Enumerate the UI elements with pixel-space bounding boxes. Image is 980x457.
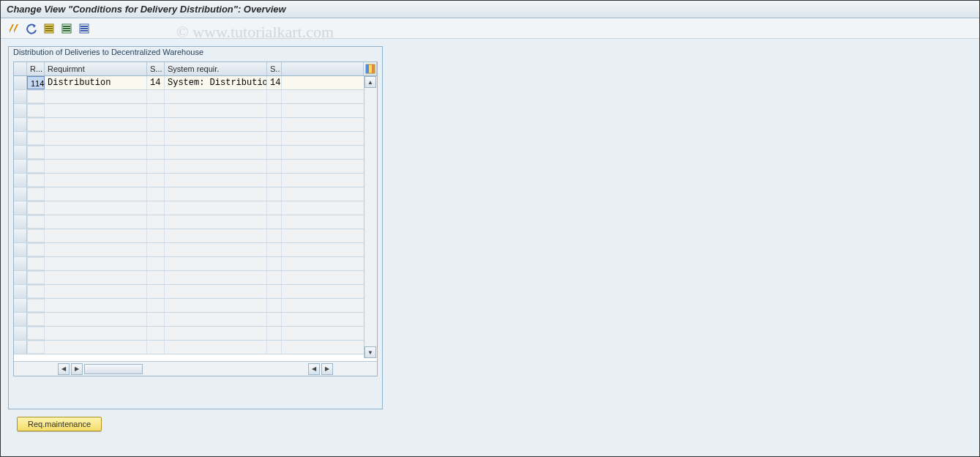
cell-requirmnt — [45, 327, 147, 340]
cell-s — [147, 146, 165, 159]
cell-spacer — [282, 299, 377, 312]
cell-requirmnt — [45, 313, 147, 326]
horizontal-scrollbar[interactable]: ◀ ▶ ◀ ▶ — [14, 361, 377, 376]
table-row — [14, 174, 377, 187]
hscroll-thumb[interactable] — [84, 364, 143, 374]
cell-r[interactable]: 114 — [27, 76, 45, 89]
select-all-icon[interactable] — [42, 21, 56, 36]
row-selector[interactable] — [14, 271, 27, 284]
row-selector[interactable] — [14, 257, 27, 270]
cell-s — [147, 104, 165, 117]
row-selector[interactable] — [14, 229, 27, 242]
table-row — [14, 271, 377, 285]
cell-s2 — [267, 104, 282, 117]
row-selector[interactable] — [14, 104, 27, 117]
cell-requirmnt — [45, 118, 147, 131]
cell-s2 — [267, 257, 282, 270]
cell-requirmnt — [45, 104, 147, 117]
vscroll-track[interactable] — [364, 88, 377, 346]
row-selector[interactable] — [14, 132, 27, 145]
table-config-icon — [365, 64, 375, 74]
cell-s — [147, 285, 165, 298]
svg-rect-7 — [63, 30, 70, 31]
cell-r — [27, 132, 45, 145]
table-row — [14, 146, 377, 160]
cell-s2 — [267, 118, 282, 131]
cell-requirmnt — [45, 243, 147, 256]
cell-s2 — [267, 174, 282, 187]
table-config-button[interactable] — [364, 62, 377, 75]
cell-spacer — [282, 341, 377, 354]
row-selector[interactable] — [14, 285, 27, 298]
col-header-s[interactable]: S... — [147, 62, 165, 75]
row-selector[interactable] — [14, 327, 27, 340]
svg-rect-10 — [81, 28, 88, 29]
new-entries-icon[interactable] — [59, 21, 74, 36]
row-selector[interactable] — [14, 160, 27, 173]
delete-icon[interactable] — [77, 21, 91, 36]
row-selector[interactable] — [14, 76, 27, 89]
cell-requirmnt — [45, 229, 147, 242]
row-selector-header[interactable] — [14, 62, 27, 75]
cell-spacer — [282, 201, 377, 215]
cell-s2 — [267, 341, 282, 354]
req-maintenance-button[interactable]: Req.maintenance — [17, 417, 102, 431]
scroll-up-icon[interactable]: ▲ — [364, 76, 376, 88]
vertical-scrollbar[interactable]: ▲ ▼ — [364, 76, 377, 358]
row-selector[interactable] — [14, 299, 27, 312]
cell-system-requir — [165, 299, 267, 312]
svg-rect-1 — [45, 26, 53, 27]
other-view-icon[interactable] — [7, 21, 21, 36]
row-selector[interactable] — [14, 313, 27, 326]
cell-requirmnt — [45, 201, 147, 215]
cell-system-requir — [165, 187, 267, 201]
row-selector[interactable] — [14, 243, 27, 256]
cell-s2 — [267, 187, 282, 201]
col-header-s2[interactable]: S.. — [267, 62, 282, 75]
col-header-r[interactable]: R... — [27, 62, 45, 75]
cell-spacer — [282, 104, 377, 117]
scroll-left2-icon[interactable]: ◀ — [308, 363, 320, 375]
cell-s — [147, 160, 165, 173]
svg-rect-11 — [81, 30, 88, 31]
cell-spacer — [282, 76, 377, 89]
row-selector[interactable] — [14, 215, 27, 228]
row-selector[interactable] — [14, 146, 27, 159]
cell-s — [147, 132, 165, 145]
row-selector[interactable] — [14, 201, 27, 215]
cell-s2 — [267, 285, 282, 298]
scroll-down-icon[interactable]: ▼ — [364, 346, 376, 358]
scroll-left-icon[interactable]: ◀ — [58, 363, 70, 375]
group-title: Distribution of Deliveries to Decentrali… — [12, 47, 205, 57]
row-selector[interactable] — [14, 118, 27, 131]
cell-requirmnt — [45, 132, 147, 145]
cell-requirmnt — [45, 299, 147, 312]
row-selector[interactable] — [14, 341, 27, 354]
row-selector[interactable] — [14, 90, 27, 103]
cell-s2 — [267, 313, 282, 326]
cell-r — [27, 299, 45, 312]
cell-s2 — [267, 201, 282, 215]
row-selector[interactable] — [14, 174, 27, 187]
cell-s — [147, 341, 165, 354]
table-row — [14, 257, 377, 271]
table-row — [14, 215, 377, 229]
row-selector[interactable] — [14, 187, 27, 201]
cell-s2 — [267, 90, 282, 103]
col-header-requirmnt[interactable]: Requirmnt — [45, 62, 147, 75]
scroll-right-icon[interactable]: ▶ — [71, 363, 83, 375]
conditions-table: R... Requirmnt S... System requir. S.. 1… — [13, 62, 378, 376]
app-toolbar — [1, 18, 979, 39]
scroll-right2-icon[interactable]: ▶ — [321, 363, 333, 375]
cell-spacer — [282, 229, 377, 242]
undo-changes-icon[interactable] — [24, 21, 39, 36]
col-header-system-requir[interactable]: System requir. — [165, 62, 267, 75]
cell-requirmnt — [45, 90, 147, 103]
cell-r — [27, 229, 45, 242]
cell-spacer — [282, 132, 377, 145]
svg-rect-5 — [63, 26, 70, 27]
table-row — [14, 187, 377, 201]
table-row[interactable]: 114Distribution14System: Distribution14 — [14, 76, 377, 90]
cell-spacer — [282, 174, 377, 187]
cell-s — [147, 313, 165, 326]
